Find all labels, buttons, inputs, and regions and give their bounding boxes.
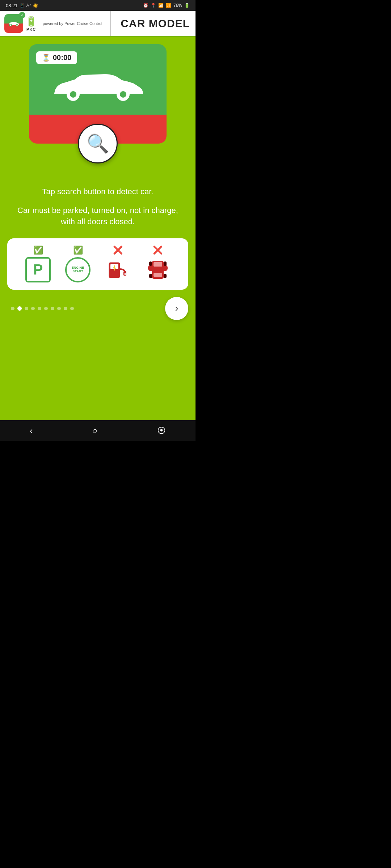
pkc-badge: 🔋 PKC: [25, 16, 37, 31]
car-silhouette-svg: [47, 68, 148, 104]
parking-icon: P: [25, 257, 51, 282]
svg-rect-18: [149, 274, 152, 278]
wifi-icon: 📶: [158, 3, 164, 8]
pagination-dots: [7, 306, 74, 311]
home-icon: ○: [92, 426, 98, 435]
condition-engine: ✅ ENGINE START: [65, 246, 91, 282]
recent-icon: ⦿: [157, 426, 166, 435]
charging-check-icon: ❌: [113, 246, 123, 255]
car-logo-svg: [7, 20, 20, 27]
logo-check-icon: ✓: [19, 12, 25, 18]
app-header: ✓ 🔋 PKC powered by Power Cruise Control …: [0, 11, 196, 37]
signal-icon: 📶: [166, 3, 171, 8]
battery-icon: 🔋: [184, 3, 190, 8]
dot-1: [17, 306, 22, 311]
location-icon: 📍: [151, 3, 156, 8]
dot-2: [25, 307, 28, 310]
status-left: 08:21 📱 Aˣ ☀️: [6, 3, 38, 8]
header-logo-section: ✓ 🔋 PKC powered by Power Cruise Control: [0, 11, 111, 36]
back-icon: ‹: [30, 426, 33, 435]
svg-rect-10: [123, 271, 126, 276]
search-button-wrap[interactable]: 🔍: [78, 124, 118, 163]
back-button[interactable]: ‹: [19, 422, 43, 439]
timer-badge: ⏳ 00:00: [36, 51, 77, 64]
car-silhouette: [36, 68, 159, 104]
car-card: ⏳ 00:00 🔍: [29, 44, 167, 144]
car-card-top: ⏳ 00:00: [29, 44, 167, 115]
powered-by-text: powered by Power Cruise Control: [39, 21, 106, 26]
page-title: CAR MODEL: [111, 17, 196, 30]
svg-point-1: [10, 25, 11, 26]
recent-button[interactable]: ⦿: [146, 422, 177, 439]
svg-point-7: [120, 91, 126, 98]
instruction-text-1: Tap search button to detect car.: [14, 187, 181, 196]
sun-icon: ☀️: [33, 3, 38, 8]
instruction-area: Tap search button to detect car. Car mus…: [7, 187, 188, 238]
condition-charging: ❌: [105, 246, 130, 282]
pkc-label: PKC: [26, 27, 36, 31]
dot-5: [44, 307, 48, 310]
phone-icon: 📱: [19, 3, 25, 8]
search-icon: 🔍: [87, 133, 109, 154]
main-content: ⏳ 00:00 🔍: [0, 37, 196, 420]
dot-3: [31, 307, 35, 310]
parked-check-icon: ✅: [33, 246, 43, 255]
time-display: 08:21: [6, 3, 18, 8]
status-bar: 08:21 📱 Aˣ ☀️ ⏰ 📍 📶 📶 76% 🔋: [0, 0, 196, 11]
condition-parked: ✅ P: [25, 246, 51, 282]
svg-point-3: [16, 25, 18, 26]
doors-check-icon: ❌: [153, 246, 163, 255]
search-button[interactable]: 🔍: [78, 124, 118, 163]
dot-9: [70, 307, 74, 310]
svg-point-5: [70, 91, 76, 98]
bottom-nav-bar: ‹ ○ ⦿: [0, 420, 196, 441]
engine-start-icon: ENGINE START: [65, 257, 91, 282]
instruction-text-2: Car must be parked, turned on, not in ch…: [14, 205, 181, 227]
doors-open-icon: [145, 257, 170, 282]
next-icon: ›: [175, 303, 178, 314]
next-button[interactable]: ›: [165, 297, 188, 320]
hourglass-icon: ⏳: [42, 54, 50, 62]
status-right: ⏰ 📍 📶 📶 76% 🔋: [143, 3, 190, 8]
app-logo-icon: ✓: [4, 14, 23, 33]
svg-rect-14: [154, 262, 162, 267]
dot-7: [57, 307, 61, 310]
alarm-icon: ⏰: [143, 3, 148, 8]
svg-rect-16: [149, 261, 152, 266]
dot-8: [64, 307, 67, 310]
a-icon: Aˣ: [26, 3, 31, 8]
svg-rect-15: [154, 273, 162, 277]
home-button[interactable]: ○: [81, 422, 109, 439]
timer-display: 00:00: [53, 54, 71, 62]
dot-6: [51, 307, 54, 310]
dot-0: [11, 307, 14, 310]
engine-check-icon: ✅: [73, 246, 83, 255]
svg-rect-17: [164, 261, 167, 266]
nav-area: ›: [7, 297, 188, 327]
svg-rect-19: [164, 274, 167, 278]
charging-icon: [105, 257, 130, 282]
conditions-card: ✅ P ✅ ENGINE START ❌: [7, 238, 188, 290]
condition-doors: ❌: [145, 246, 170, 282]
battery-display: 76%: [173, 3, 182, 8]
dot-4: [38, 307, 41, 310]
